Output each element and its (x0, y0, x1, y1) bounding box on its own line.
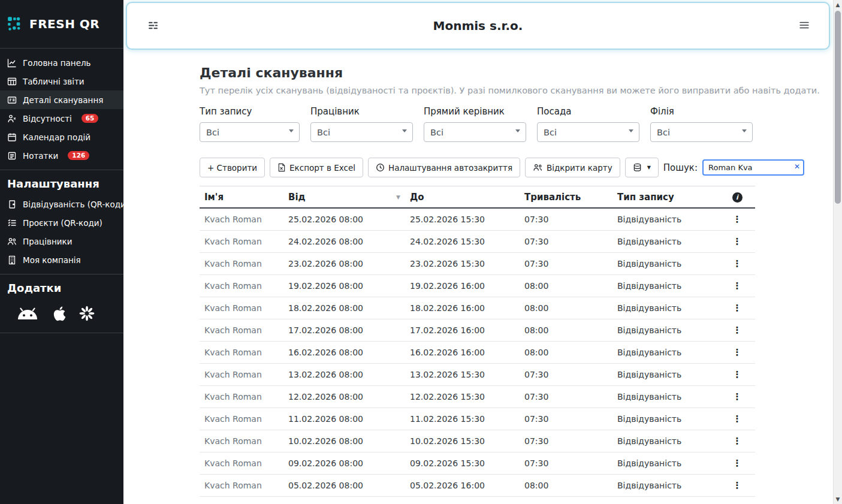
cell-actions: ⋮ (719, 497, 755, 504)
row-menu-icon[interactable]: ⋮ (733, 347, 742, 358)
branch-select[interactable]: Всі (650, 122, 753, 142)
sidebar-item-dashboard[interactable]: Головна панель (0, 53, 123, 72)
cell-type: Відвідуваність (612, 208, 719, 231)
cell-actions: ⋮ (719, 408, 755, 430)
cell-from: 17.02.2026 08:00 (283, 319, 405, 342)
cell-to: 23.02.2026 15:30 (405, 253, 520, 275)
col-from[interactable]: Від ▼ (283, 186, 405, 209)
sidebar-item-calendar[interactable]: Календар подій (0, 128, 123, 146)
sidebar-item-projects-qr[interactable]: Проєкти (QR-коди) (0, 213, 123, 232)
filter-label: Філія (650, 106, 753, 117)
table-icon (7, 77, 17, 86)
android-icon[interactable] (17, 307, 38, 320)
row-menu-icon[interactable]: ⋮ (733, 369, 742, 380)
brand-logo-icon (7, 16, 23, 32)
filter-label: Працівник (310, 106, 413, 117)
row-menu-icon[interactable]: ⋮ (733, 458, 742, 469)
row-menu-icon[interactable]: ⋮ (733, 303, 742, 313)
col-type[interactable]: Тип запису (612, 186, 719, 209)
sidebar-item-my-company[interactable]: Моя компанія (0, 251, 123, 269)
sidebar-item-attendance-qr[interactable]: Відвідуваність (QR-коди) (0, 195, 123, 213)
huawei-icon[interactable] (79, 306, 95, 321)
company-title: Monmis s.r.o. (433, 19, 523, 33)
search-input[interactable] (702, 159, 804, 176)
search-zone: Пошук: ✕ (663, 159, 804, 176)
app-links (0, 299, 123, 333)
row-menu-icon[interactable]: ⋮ (733, 436, 742, 446)
building-icon (7, 255, 17, 265)
filters-row: Тип запису Всі Працівник Всі (200, 106, 755, 142)
cell-type: Відвідуваність (612, 231, 719, 253)
table-row: Kvach Roman24.02.2026 08:0024.02.2026 15… (200, 231, 755, 253)
info-icon[interactable]: i (732, 192, 743, 203)
position-select[interactable]: Всі (537, 122, 639, 142)
person-absence-icon (7, 114, 17, 123)
cell-duration: 08:00 (520, 342, 612, 364)
row-menu-icon[interactable]: ⋮ (733, 214, 742, 225)
cell-to: 13.02.2026 15:30 (405, 364, 520, 386)
excel-file-icon (277, 163, 286, 172)
col-name[interactable]: Ім'я (200, 186, 283, 209)
sidebar-item-table-reports[interactable]: Табличні звіти (0, 72, 123, 90)
scroll-up-arrow[interactable]: ▲ (834, 0, 842, 10)
cell-to: 16.02.2026 16:00 (405, 342, 520, 364)
sidebar-item-label: Деталі сканування (23, 95, 103, 105)
row-menu-icon[interactable]: ⋮ (733, 280, 742, 291)
sidebar-toggle-button[interactable] (147, 20, 159, 31)
create-button[interactable]: + Створити (200, 158, 265, 177)
vertical-scrollbar: ▲ ▼ (833, 0, 842, 504)
cell-duration: 07:30 (520, 231, 612, 253)
sidebar-item-employees[interactable]: Працівники (0, 232, 123, 251)
scroll-down-arrow[interactable]: ▼ (834, 494, 842, 504)
autoclose-settings-button[interactable]: Налаштування автозакриття (368, 158, 520, 177)
employee-select[interactable]: Всі (310, 122, 413, 142)
row-menu-icon[interactable]: ⋮ (733, 325, 742, 336)
row-menu-icon[interactable]: ⋮ (733, 391, 742, 402)
cell-type: Відвідуваність (612, 342, 719, 364)
row-menu-icon[interactable]: ⋮ (733, 414, 742, 424)
sidebar-item-label: Працівники (23, 237, 72, 246)
list-menu-icon (147, 20, 159, 31)
cell-from: 24.02.2026 08:00 (283, 231, 405, 253)
cell-to: 12.02.2026 15:30 (405, 386, 520, 408)
cell-to: 18.02.2026 16:00 (405, 297, 520, 319)
caret-down-icon: ▼ (647, 165, 651, 170)
table-row: Kvach Roman10.02.2026 08:0010.02.2026 15… (200, 430, 755, 452)
brand-name: FRESH QR (29, 17, 99, 31)
export-excel-button[interactable]: Експорт в Excel (270, 158, 363, 177)
sidebar-item-notes[interactable]: Нотатки 126 (0, 146, 123, 165)
sidebar-item-label: Табличні звіти (23, 77, 84, 86)
header-menu-button[interactable] (799, 20, 810, 31)
calendar-icon (7, 132, 17, 142)
apple-icon[interactable] (52, 305, 66, 322)
sort-desc-icon[interactable]: ▼ (396, 194, 400, 200)
row-menu-icon[interactable]: ⋮ (733, 236, 742, 247)
cell-duration: 07:30 (520, 408, 612, 430)
scrollbar-thumb[interactable] (835, 11, 841, 204)
cell-from: 19.02.2026 08:00 (283, 275, 405, 297)
toolbar: + Створити Експорт в Excel (200, 158, 755, 177)
cell-from: 23.02.2026 08:00 (283, 253, 405, 275)
sidebar-item-label: Проєкти (QR-коди) (23, 218, 102, 228)
record-type-select[interactable]: Всі (200, 122, 300, 142)
col-to[interactable]: До (405, 186, 520, 209)
clear-search-icon[interactable]: ✕ (794, 162, 800, 171)
cell-type: Відвідуваність (612, 497, 719, 504)
sidebar-item-absences[interactable]: Відсутності 65 (0, 109, 123, 128)
database-icon (633, 163, 642, 172)
manager-select[interactable]: Всі (424, 122, 526, 142)
cell-from: 25.02.2026 08:00 (283, 208, 405, 231)
table-row: Kvach Roman25.02.2026 08:0025.02.2026 15… (200, 208, 755, 231)
sidebar-item-label: Відвідуваність (QR-коди) (23, 200, 129, 209)
cell-from: 11.02.2026 08:00 (283, 408, 405, 430)
open-map-button[interactable]: Відкрити карту (525, 158, 620, 177)
row-menu-icon[interactable]: ⋮ (733, 480, 742, 491)
cell-from: 05.02.2026 08:00 (283, 475, 405, 497)
row-menu-icon[interactable]: ⋮ (733, 258, 742, 269)
table-row: Kvach Roman09.02.2026 08:0009.02.2026 15… (200, 452, 755, 475)
sidebar-item-scan-details[interactable]: Деталі сканування (0, 90, 123, 109)
filter-manager: Прямий керівник Всі (424, 106, 526, 142)
columns-dropdown-button[interactable]: ▼ (625, 158, 659, 177)
cell-to: 10.02.2026 15:30 (405, 430, 520, 452)
col-duration[interactable]: Тривалість (520, 186, 612, 209)
